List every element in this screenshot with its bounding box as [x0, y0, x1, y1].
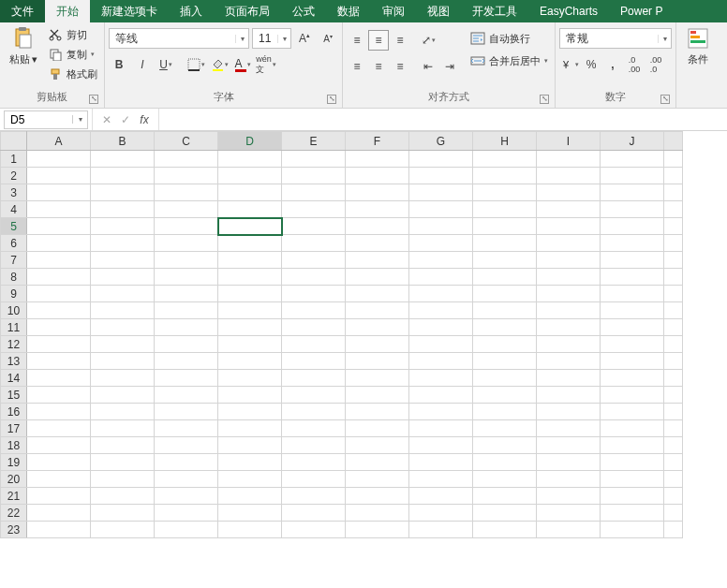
cell-G14[interactable]	[409, 370, 473, 387]
cell-F7[interactable]	[346, 252, 409, 269]
align-top-button[interactable]: ≡	[347, 30, 367, 51]
orientation-button[interactable]: ⤢▾	[418, 30, 438, 51]
cell-A12[interactable]	[27, 336, 91, 353]
cell-J2[interactable]	[601, 168, 664, 184]
cell-B22[interactable]	[91, 505, 155, 522]
cell-partial[interactable]	[664, 336, 683, 353]
cell-F18[interactable]	[346, 437, 409, 454]
cell-E5[interactable]	[282, 218, 346, 235]
cell-E9[interactable]	[282, 286, 346, 302]
cell-C8[interactable]	[155, 269, 218, 286]
cell-D11[interactable]	[218, 319, 282, 336]
cell-A2[interactable]	[27, 168, 91, 184]
cell-H20[interactable]	[473, 471, 537, 488]
cell-E13[interactable]	[282, 353, 346, 370]
cell-C1[interactable]	[155, 151, 218, 168]
cell-I15[interactable]	[537, 387, 601, 404]
cell-H6[interactable]	[473, 235, 537, 252]
cell-E15[interactable]	[282, 387, 346, 404]
cell-I1[interactable]	[537, 151, 601, 168]
cell-I16[interactable]	[537, 404, 601, 420]
cell-F9[interactable]	[346, 286, 409, 302]
currency-button[interactable]: ¥▾	[559, 54, 580, 75]
cell-E21[interactable]	[282, 488, 346, 505]
row-header-2[interactable]: 2	[1, 168, 27, 184]
cell-G16[interactable]	[409, 404, 473, 420]
cell-B5[interactable]	[91, 218, 155, 235]
cell-partial[interactable]	[664, 387, 683, 404]
cell-partial[interactable]	[664, 184, 683, 201]
cell-H15[interactable]	[473, 387, 537, 404]
cell-F17[interactable]	[346, 420, 409, 437]
cell-partial[interactable]	[664, 370, 683, 387]
row-header-14[interactable]: 14	[1, 370, 27, 387]
cell-C7[interactable]	[155, 252, 218, 269]
cell-partial[interactable]	[664, 151, 683, 168]
cell-F2[interactable]	[346, 168, 409, 184]
menu-tab-9[interactable]: 开发工具	[461, 0, 528, 22]
cell-I20[interactable]	[537, 471, 601, 488]
row-header-23[interactable]: 23	[1, 522, 27, 538]
cell-G17[interactable]	[409, 420, 473, 437]
align-left-button[interactable]: ≡	[347, 56, 367, 77]
cell-D10[interactable]	[218, 302, 282, 319]
cell-J7[interactable]	[601, 252, 664, 269]
cell-G11[interactable]	[409, 319, 473, 336]
cell-C15[interactable]	[155, 387, 218, 404]
cell-G20[interactable]	[409, 471, 473, 488]
menu-tab-0[interactable]: 文件	[0, 0, 45, 22]
cell-F5[interactable]	[346, 218, 409, 235]
cell-E4[interactable]	[282, 201, 346, 218]
decrease-font-button[interactable]: A▾	[318, 28, 338, 49]
cell-I11[interactable]	[537, 319, 601, 336]
cell-A8[interactable]	[27, 269, 91, 286]
cell-D12[interactable]	[218, 336, 282, 353]
cell-J10[interactable]	[601, 302, 664, 319]
cell-B6[interactable]	[91, 235, 155, 252]
cell-E2[interactable]	[282, 168, 346, 184]
col-header-B[interactable]: B	[91, 132, 155, 151]
cell-B23[interactable]	[91, 522, 155, 538]
cell-B4[interactable]	[91, 201, 155, 218]
cell-I9[interactable]	[537, 286, 601, 302]
cell-G21[interactable]	[409, 488, 473, 505]
cell-C6[interactable]	[155, 235, 218, 252]
cell-J20[interactable]	[601, 471, 664, 488]
cut-button[interactable]: 剪切	[45, 26, 100, 43]
cell-F3[interactable]	[346, 184, 409, 201]
cell-A20[interactable]	[27, 471, 91, 488]
cell-H13[interactable]	[473, 353, 537, 370]
cell-H21[interactable]	[473, 488, 537, 505]
cell-J18[interactable]	[601, 437, 664, 454]
cell-J22[interactable]	[601, 505, 664, 522]
cell-I6[interactable]	[537, 235, 601, 252]
menu-tab-4[interactable]: 页面布局	[214, 0, 281, 22]
cell-D16[interactable]	[218, 404, 282, 420]
cell-D18[interactable]	[218, 437, 282, 454]
cell-G1[interactable]	[409, 151, 473, 168]
cell-J13[interactable]	[601, 353, 664, 370]
cell-E20[interactable]	[282, 471, 346, 488]
cell-H8[interactable]	[473, 269, 537, 286]
cell-G4[interactable]	[409, 201, 473, 218]
cell-partial[interactable]	[664, 454, 683, 471]
cell-E10[interactable]	[282, 302, 346, 319]
cell-A22[interactable]	[27, 505, 91, 522]
decrease-indent-button[interactable]: ⇤	[418, 56, 438, 77]
cell-A18[interactable]	[27, 437, 91, 454]
cell-D14[interactable]	[218, 370, 282, 387]
cell-F21[interactable]	[346, 488, 409, 505]
align-center-button[interactable]: ≡	[368, 56, 389, 77]
cell-A14[interactable]	[27, 370, 91, 387]
cell-B15[interactable]	[91, 387, 155, 404]
cell-B9[interactable]	[91, 286, 155, 302]
underline-button[interactable]: U▾	[156, 54, 176, 75]
cell-C21[interactable]	[155, 488, 218, 505]
conditional-format-button[interactable]: 条件	[680, 24, 716, 68]
cell-G7[interactable]	[409, 252, 473, 269]
row-header-7[interactable]: 7	[1, 252, 27, 269]
row-header-4[interactable]: 4	[1, 201, 27, 218]
cell-F13[interactable]	[346, 353, 409, 370]
menu-tab-3[interactable]: 插入	[169, 0, 214, 22]
cell-partial[interactable]	[664, 286, 683, 302]
